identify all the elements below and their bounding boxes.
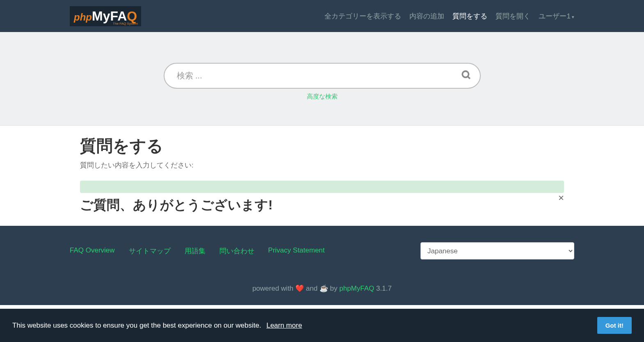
svg-point-0 <box>462 71 468 77</box>
coffee-icon: ☕ <box>320 285 328 292</box>
nav-add-content[interactable]: 内容の追加 <box>409 11 444 21</box>
footer: FAQ Overview サイトマップ 用語集 問い合わせ Privacy St… <box>0 226 644 305</box>
footer-credits: powered with ❤️ and ☕ by phpMyFAQ 3.1.7 <box>70 284 574 293</box>
nav-open-questions[interactable]: 質問を開く <box>496 11 530 21</box>
advanced-search-link[interactable]: 高度な検索 <box>0 93 644 101</box>
alert-success: × <box>80 181 564 193</box>
footer-link-overview[interactable]: FAQ Overview <box>70 246 115 256</box>
footer-link-glossary[interactable]: 用語集 <box>185 246 206 256</box>
navbar: phpMyFAQ The FAQ System 全カテゴリーを表示する 内容の追… <box>0 0 644 32</box>
main-content: 質問をする 質問したい内容を入力してください: × ご質問、ありがとうございます… <box>80 126 564 226</box>
footer-link-sitemap[interactable]: サイトマップ <box>129 246 171 256</box>
language-select[interactable]: Japanese <box>420 242 574 259</box>
page-title: 質問をする <box>80 135 564 157</box>
phpmyfaq-link[interactable]: phpMyFAQ <box>339 285 374 292</box>
search-section: 高度な検索 <box>0 32 644 126</box>
thank-you-message: ご質問、ありがとうございます! <box>80 196 564 214</box>
footer-link-privacy[interactable]: Privacy Statement <box>268 246 325 256</box>
heart-icon: ❤️ <box>295 285 304 292</box>
close-icon[interactable]: × <box>558 193 564 203</box>
footer-link-contact[interactable]: 問い合わせ <box>219 246 254 256</box>
svg-line-1 <box>468 76 470 78</box>
logo[interactable]: phpMyFAQ The FAQ System <box>70 6 141 26</box>
nav-all-categories[interactable]: 全カテゴリーを表示する <box>324 11 401 21</box>
search-input[interactable] <box>164 63 481 89</box>
footer-links: FAQ Overview サイトマップ 用語集 問い合わせ Privacy St… <box>70 246 325 256</box>
nav-user-dropdown[interactable]: ユーザー1 <box>539 11 574 21</box>
search-box <box>164 63 481 89</box>
nav-links: 全カテゴリーを表示する 内容の追加 質問をする 質問を開く ユーザー1 <box>324 11 574 21</box>
page-subtitle: 質問したい内容を入力してください: <box>80 161 564 170</box>
footer-top: FAQ Overview サイトマップ 用語集 問い合わせ Privacy St… <box>70 242 574 259</box>
nav-ask-question[interactable]: 質問をする <box>452 11 487 21</box>
search-icon[interactable] <box>461 70 472 82</box>
